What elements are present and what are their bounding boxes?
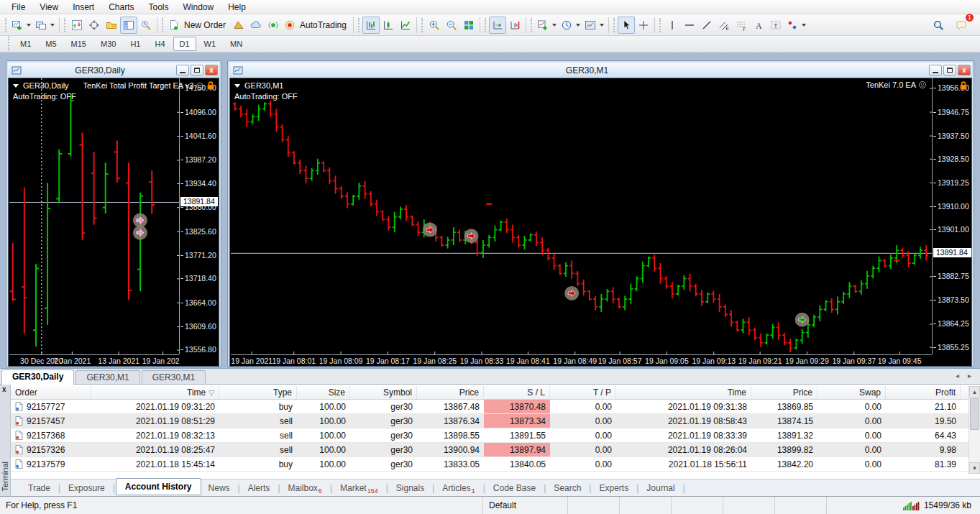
terminal-tab-journal[interactable]: Journal	[639, 481, 682, 495]
timeframe-d1-button[interactable]: D1	[173, 37, 196, 51]
column-header-profit[interactable]: Profit	[886, 386, 961, 399]
text-label-button[interactable]: T	[767, 17, 784, 34]
menu-item-charts[interactable]: Charts	[101, 1, 141, 14]
terminal-tab-search[interactable]: Search	[546, 481, 588, 495]
column-header-price[interactable]: Price	[417, 386, 484, 399]
timeframe-m5-button[interactable]: M5	[39, 37, 63, 51]
terminal-tab-trade[interactable]: Trade	[21, 481, 58, 495]
column-header-price2[interactable]: Price	[751, 386, 818, 399]
templates-button[interactable]	[582, 17, 606, 34]
timeframe-w1-button[interactable]: W1	[198, 37, 223, 51]
window-titlebar[interactable]: GER30,M1 x	[229, 63, 972, 78]
chat-button[interactable]: 1	[953, 17, 970, 34]
symbol-dropdown-icon[interactable]	[234, 84, 240, 88]
m1-chart[interactable]: 13956.0013946.7513937.5013928.5013919.25…	[230, 78, 971, 366]
menu-item-tools[interactable]: Tools	[142, 1, 176, 14]
minimize-button[interactable]	[176, 65, 189, 75]
chart-tab-0[interactable]: GER30,Daily	[1, 370, 74, 385]
close-button[interactable]: x	[205, 65, 218, 75]
tab-scroll-left-icon[interactable]: ◂	[953, 371, 962, 381]
dropdown-caret-icon[interactable]	[576, 24, 580, 27]
timeframe-h4-button[interactable]: H4	[148, 37, 171, 51]
daily-chart[interactable]: 14150.4014096.0014041.6013987.2013934.40…	[9, 78, 219, 366]
daily-chart-plot[interactable]	[9, 78, 179, 354]
scroll-up-icon[interactable]: ▲	[969, 386, 980, 398]
menu-item-view[interactable]: View	[32, 1, 65, 14]
status-profile[interactable]: Default	[483, 497, 568, 514]
timeframe-m1-button[interactable]: M1	[14, 37, 37, 51]
table-header[interactable]: OrderTime▽TypeSizeSymbolPriceS / LT / PT…	[11, 386, 980, 400]
timeframe-m15-button[interactable]: M15	[65, 37, 93, 51]
table-row[interactable]: 921574572021.01.19 08:51:29sell100.00ger…	[11, 414, 980, 428]
menu-item-help[interactable]: Help	[221, 1, 253, 14]
periods-button[interactable]	[559, 17, 582, 34]
tile-windows-button[interactable]	[460, 17, 477, 34]
table-scrollbar[interactable]: ▲ ▼	[968, 386, 980, 474]
zoom-out-button[interactable]	[443, 17, 460, 34]
autotrading-button[interactable]: AutoTrading	[282, 17, 351, 34]
maximize-button[interactable]	[943, 65, 956, 75]
search-button[interactable]	[930, 17, 947, 34]
timeframe-h1-button[interactable]: H1	[124, 37, 147, 51]
scroll-down-icon[interactable]: ▼	[969, 462, 980, 474]
dropdown-caret-icon[interactable]	[552, 24, 557, 27]
terminal-tab-mailbox[interactable]: Mailbox6	[281, 481, 329, 495]
terminal-tab-code-base[interactable]: Code Base	[486, 481, 543, 495]
column-header-time[interactable]: Time▽	[91, 386, 219, 399]
indicators-button[interactable]	[535, 17, 559, 34]
equidistant-channel-button[interactable]: E	[715, 17, 733, 34]
zoom-in-button[interactable]	[426, 17, 443, 34]
chart-tab-1[interactable]: GER30,M1	[75, 370, 139, 384]
tab-scroll-right-icon[interactable]: ▸	[965, 371, 974, 381]
m1-chart-plot[interactable]	[231, 78, 932, 354]
terminal-tab-account-history[interactable]: Account History	[116, 478, 201, 495]
auto-scroll-button[interactable]	[489, 17, 506, 34]
column-header-symbol[interactable]: Symbol	[350, 386, 417, 399]
terminal-tab-alerts[interactable]: Alerts	[241, 481, 278, 495]
column-header-time2[interactable]: Time	[616, 386, 751, 399]
timeframe-mn-button[interactable]: MN	[224, 37, 249, 51]
column-header-order[interactable]: Order	[11, 386, 91, 399]
maximize-button[interactable]	[191, 65, 203, 75]
terminal-tab-news[interactable]: News	[201, 481, 237, 495]
bar-chart-button[interactable]	[362, 17, 380, 34]
text-button[interactable]: A	[750, 17, 767, 34]
navigator-button[interactable]	[103, 17, 120, 34]
dropdown-caret-icon[interactable]	[802, 24, 806, 27]
symbol-dropdown-icon[interactable]	[13, 84, 19, 88]
new-order-button[interactable]: New Order	[166, 17, 230, 34]
cloud-button[interactable]	[247, 17, 265, 34]
chart-tab-2[interactable]: GER30,M1	[142, 370, 206, 384]
minimize-button[interactable]	[929, 65, 942, 75]
menu-item-file[interactable]: File	[4, 1, 32, 14]
metaeditor-button[interactable]	[230, 17, 247, 34]
dropdown-caret-icon[interactable]	[27, 24, 31, 27]
terminal-tab-experts[interactable]: Experts	[592, 481, 636, 495]
horizontal-line-button[interactable]	[681, 17, 698, 34]
column-header-size[interactable]: Size	[297, 386, 350, 399]
close-button[interactable]: x	[958, 65, 971, 75]
crosshair-button[interactable]	[635, 17, 652, 34]
cursor-button[interactable]	[618, 17, 635, 34]
trendline-button[interactable]	[698, 17, 715, 34]
broadcast-button[interactable]	[265, 17, 282, 34]
terminal-button[interactable]	[120, 17, 137, 34]
fibonacci-button[interactable]: F	[733, 17, 750, 34]
chart-shift-button[interactable]	[506, 17, 523, 34]
menu-item-window[interactable]: Window	[176, 1, 221, 14]
terminal-tab-exposure[interactable]: Exposure	[61, 481, 112, 495]
market-watch-button[interactable]	[68, 17, 86, 34]
column-header-type[interactable]: Type	[219, 386, 297, 399]
menu-item-insert[interactable]: Insert	[65, 1, 101, 14]
candlestick-chart-button[interactable]	[380, 17, 397, 34]
scrollbar-thumb[interactable]	[970, 398, 979, 430]
column-header-swap[interactable]: Swap	[818, 386, 886, 399]
line-chart-button[interactable]	[397, 17, 414, 34]
terminal-tab-signals[interactable]: Signals	[389, 481, 431, 495]
terminal-close-icon[interactable]: x	[2, 386, 6, 393]
terminal-tab-market[interactable]: Market154	[333, 481, 385, 495]
new-chart-button[interactable]	[9, 17, 33, 34]
terminal-tab-articles[interactable]: Articles1	[435, 481, 482, 495]
column-header-sl[interactable]: S / L	[484, 386, 550, 399]
vertical-line-button[interactable]	[664, 17, 681, 34]
